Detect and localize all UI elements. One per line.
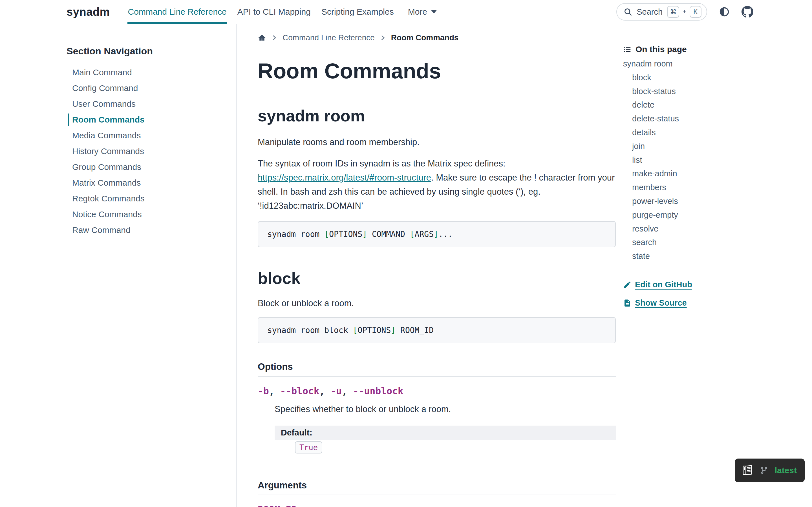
- toc-item-block[interactable]: block: [632, 71, 806, 84]
- toc-item-power-levels[interactable]: power-levels: [632, 194, 806, 208]
- search-icon: [624, 8, 632, 16]
- sidebar-item-main-command[interactable]: Main Command: [72, 64, 223, 80]
- navbar-right-group: Search ⌘ + K: [616, 3, 753, 20]
- show-source-link[interactable]: Show Source: [623, 298, 806, 307]
- argument-name: ROOM_ID: [258, 504, 616, 507]
- matrix-spec-link[interactable]: https://spec.matrix.org/latest/#room-str…: [258, 173, 431, 182]
- plus-separator: +: [682, 8, 686, 15]
- sidebar-item-matrix-commands[interactable]: Matrix Commands: [72, 175, 223, 191]
- home-icon[interactable]: [258, 34, 266, 42]
- sidebar-item-notice-commands[interactable]: Notice Commands: [72, 207, 223, 222]
- toc-item-resolve[interactable]: resolve: [632, 222, 806, 236]
- sidebar-item-group-commands[interactable]: Group Commands: [72, 159, 223, 175]
- chevron-right-icon: [380, 35, 386, 41]
- nav-more-dropdown[interactable]: More: [407, 0, 437, 24]
- page-toc-inner: On this page synadm room block block-sta…: [616, 43, 812, 312]
- book-icon: [742, 464, 753, 476]
- default-value-row: True: [295, 441, 616, 453]
- default-label: Default:: [274, 426, 616, 440]
- paragraph-intro: Manipulate rooms and room membership.: [258, 135, 616, 149]
- page-toc: On this page synadm room block block-sta…: [616, 24, 812, 507]
- list-icon: [623, 45, 631, 54]
- top-navbar: synadm Command Line Reference API to CLI…: [0, 0, 812, 24]
- rubric-arguments: Arguments: [258, 480, 616, 495]
- toc-item-synadm-room[interactable]: synadm room: [623, 59, 806, 68]
- version-label[interactable]: latest: [775, 466, 797, 475]
- file-icon: [623, 299, 631, 307]
- sidebar-item-regtok-commands[interactable]: Regtok Commands: [72, 191, 223, 207]
- sidebar-item-user-commands[interactable]: User Commands: [72, 96, 223, 112]
- search-button[interactable]: Search ⌘ + K: [616, 3, 707, 20]
- site-logo[interactable]: synadm: [66, 6, 110, 18]
- option-description: Specifies whether to block or unblock a …: [274, 402, 616, 416]
- sidebar-item-config-command[interactable]: Config Command: [72, 80, 223, 96]
- heading-synadm-room: synadm room: [258, 106, 616, 126]
- theme-toggle-icon[interactable]: [719, 6, 730, 17]
- readthedocs-version-flyout[interactable]: latest: [735, 459, 805, 482]
- toc-item-search[interactable]: search: [632, 236, 806, 249]
- git-branch-icon: [760, 466, 768, 474]
- toc-item-join[interactable]: join: [632, 139, 806, 153]
- primary-nav: Command Line Reference API to CLI Mappin…: [128, 0, 437, 24]
- edit-on-github-link[interactable]: Edit on GitHub: [623, 280, 806, 289]
- toc-item-delete[interactable]: delete: [632, 98, 806, 112]
- paragraph-room-id-syntax: The syntax of room IDs in synadm is as t…: [258, 157, 616, 213]
- toc-heading: On this page: [623, 45, 806, 54]
- chevron-right-icon: [271, 35, 277, 41]
- sidebar-list: Main Command Config Command User Command…: [66, 64, 223, 238]
- toc-item-delete-status[interactable]: delete-status: [632, 112, 806, 126]
- code-block-room-block: synadm room block [OPTIONS] ROOM_ID: [258, 317, 616, 343]
- toc-item-purge-empty[interactable]: purge-empty: [632, 208, 806, 222]
- page-title: Room Commands: [258, 57, 616, 84]
- toc-item-list[interactable]: list: [632, 153, 806, 167]
- sidebar-item-raw-command[interactable]: Raw Command: [72, 222, 223, 238]
- nav-scripting-examples[interactable]: Scripting Examples: [321, 0, 395, 24]
- caret-down-icon: [431, 10, 437, 13]
- nav-api-to-cli-mapping[interactable]: API to CLI Mapping: [237, 0, 311, 24]
- sidebar-item-room-commands[interactable]: Room Commands: [72, 112, 223, 128]
- rubric-options: Options: [258, 361, 616, 377]
- toc-item-block-status[interactable]: block-status: [632, 84, 806, 98]
- code-block-synadm-room: synadm room [OPTIONS] COMMAND [ARGS]...: [258, 221, 616, 247]
- sidebar-item-history-commands[interactable]: History Commands: [72, 144, 223, 159]
- heading-block: block: [258, 268, 616, 289]
- main-content: Command Line Reference Room Commands Roo…: [237, 24, 616, 507]
- paragraph-block-desc: Block or unblock a room.: [258, 296, 616, 311]
- nav-command-line-reference[interactable]: Command Line Reference: [128, 0, 227, 24]
- sidebar-item-media-commands[interactable]: Media Commands: [72, 128, 223, 144]
- breadcrumb-current: Room Commands: [391, 33, 459, 42]
- toc-item-state[interactable]: state: [632, 249, 806, 263]
- toc-list: block block-status delete delete-status …: [623, 71, 806, 263]
- section-navigation-sidebar: Section Navigation Main Command Config C…: [0, 24, 237, 507]
- github-icon[interactable]: [742, 6, 753, 18]
- toc-item-details[interactable]: details: [632, 126, 806, 139]
- breadcrumb: Command Line Reference Room Commands: [258, 33, 616, 42]
- option-signature: -b, --block, -u, --unblock: [258, 386, 616, 397]
- page-layout: Section Navigation Main Command Config C…: [0, 24, 812, 507]
- search-label: Search: [637, 7, 663, 17]
- k-key: K: [690, 6, 702, 18]
- toc-utility-links: Edit on GitHub Show Source: [623, 280, 806, 307]
- toc-item-make-admin[interactable]: make-admin: [632, 167, 806, 181]
- breadcrumb-link[interactable]: Command Line Reference: [283, 33, 375, 42]
- cmd-key: ⌘: [667, 6, 679, 18]
- nav-more-label: More: [408, 7, 427, 17]
- default-value-chip: True: [295, 441, 322, 453]
- sidebar-title: Section Navigation: [66, 46, 223, 57]
- toc-item-members[interactable]: members: [632, 180, 806, 194]
- pencil-icon: [623, 281, 631, 289]
